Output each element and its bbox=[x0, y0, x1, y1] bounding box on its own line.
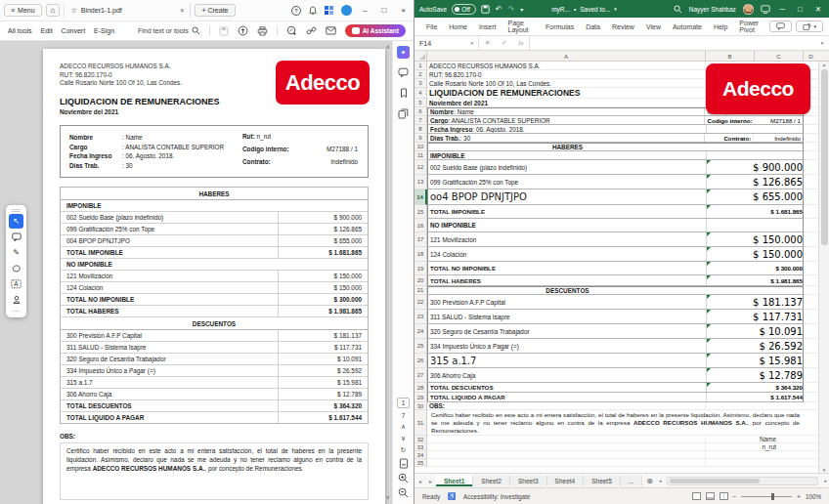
cell-A7[interactable]: Cargo : ANALISTA CONTABLE SUPERIOR bbox=[428, 116, 705, 124]
row-header-8[interactable]: 8 bbox=[414, 125, 427, 134]
vertical-scrollbar[interactable]: ▴ ▾ bbox=[818, 62, 829, 473]
more-tools-icon[interactable]: ⋯ bbox=[13, 308, 21, 315]
highlight-tool-icon[interactable] bbox=[9, 261, 23, 275]
document-tab[interactable]: ☆ Binder1-1.pdf × bbox=[64, 4, 191, 18]
column-header-A[interactable]: A bbox=[427, 51, 706, 61]
cell-C13[interactable]: $ 126.865 bbox=[707, 175, 805, 189]
cell-D25[interactable] bbox=[804, 339, 818, 354]
ribbon-tab-help[interactable]: Help bbox=[708, 21, 733, 33]
sheet-nav-right-icon[interactable]: ▸ bbox=[425, 478, 436, 484]
name-box[interactable]: F14 ▾ bbox=[414, 36, 479, 50]
cell-D26[interactable] bbox=[804, 354, 818, 368]
row-header-19[interactable]: 19 bbox=[414, 262, 427, 275]
cell-A1[interactable]: ADECCO RECURSOS HUMANOS S.A. bbox=[427, 62, 706, 69]
zoom-slider-thumb[interactable] bbox=[771, 493, 774, 500]
cell-D28[interactable] bbox=[804, 383, 818, 393]
comments-panel-icon[interactable] bbox=[397, 66, 410, 79]
ribbon-tab-formulas[interactable]: Formulas bbox=[540, 21, 580, 33]
acrobat-minimize-button[interactable]: – bbox=[359, 6, 371, 15]
cell-A19[interactable]: TOTAL NO IMPONIBLE bbox=[428, 262, 707, 274]
save-icon[interactable] bbox=[481, 5, 490, 14]
cell-D12[interactable] bbox=[804, 160, 818, 175]
page-up-icon[interactable]: ∧ bbox=[401, 423, 406, 431]
normal-view-icon[interactable] bbox=[692, 492, 701, 500]
cell-B7[interactable]: Codigo interno: bbox=[705, 116, 754, 124]
horizontal-scrollbar[interactable] bbox=[667, 477, 818, 485]
cell-A33[interactable] bbox=[427, 443, 706, 450]
cell-A34[interactable] bbox=[427, 451, 706, 458]
convert-button[interactable]: Convert bbox=[62, 27, 86, 34]
cell-D35[interactable] bbox=[804, 459, 818, 467]
cell-A11[interactable]: IMPONIBLE bbox=[428, 151, 707, 159]
find-tools-button[interactable]: Find text or tools bbox=[138, 26, 200, 35]
bookmarks-panel-icon[interactable] bbox=[397, 87, 410, 100]
email-icon[interactable] bbox=[326, 26, 336, 35]
zoom-in-icon[interactable]: + bbox=[797, 493, 801, 500]
row-header-18[interactable]: 18 bbox=[414, 247, 427, 262]
cell-D9[interactable] bbox=[804, 134, 818, 143]
notifications-bell-icon[interactable] bbox=[308, 6, 318, 16]
ribbon-tab-automate[interactable]: Automate bbox=[667, 21, 708, 33]
cell-A22[interactable]: 300 Previsión A.F.P Capital bbox=[428, 295, 707, 309]
sheet-nav-left-icon[interactable]: ◂ bbox=[414, 478, 425, 484]
cell-A4[interactable]: LIQUIDACION DE REMUNERACIONES bbox=[427, 88, 706, 98]
row-header-33[interactable]: 33 bbox=[414, 443, 427, 451]
row-header-26[interactable]: 26 bbox=[414, 354, 427, 368]
all-tools-button[interactable]: All tools bbox=[8, 27, 32, 34]
ribbon-tab-review[interactable]: Review bbox=[606, 21, 640, 33]
cell-C25[interactable]: $ 26.592 bbox=[707, 339, 805, 353]
save-icon[interactable] bbox=[219, 26, 229, 36]
zoom-slider[interactable] bbox=[741, 496, 792, 497]
cell-C20[interactable]: $ 1.981.865 bbox=[707, 275, 805, 285]
request-signature-icon[interactable] bbox=[286, 25, 297, 36]
cell-A28[interactable]: TOTAL DESCUENTOS bbox=[428, 383, 707, 392]
comment-tool-icon[interactable] bbox=[9, 230, 23, 244]
ribbon-display-icon[interactable] bbox=[761, 5, 770, 14]
apps-grid-icon[interactable] bbox=[325, 6, 334, 16]
cell-A12[interactable]: 002 Sueldo Base (plazo indefinido) bbox=[428, 160, 707, 174]
row-header-12[interactable]: 12 bbox=[414, 160, 427, 175]
ribbon-tab-insert[interactable]: Insert bbox=[473, 21, 502, 33]
home-icon[interactable]: ⌂ bbox=[46, 4, 61, 17]
ai-assistant-button[interactable]: AI Assistant bbox=[345, 24, 406, 37]
cell-C15[interactable]: $ 1.681.865 bbox=[707, 205, 805, 218]
row-header-1[interactable]: 1 bbox=[414, 62, 427, 70]
cell-A16[interactable]: NO IMPONIBLE bbox=[428, 219, 707, 231]
cell-A6[interactable]: Nombre : Name bbox=[428, 108, 705, 115]
row-header-5[interactable]: 5 bbox=[414, 99, 427, 107]
cell-B33[interactable]: n_rut bbox=[706, 443, 804, 450]
row-header-2[interactable]: 2 bbox=[414, 70, 427, 79]
row-header-28[interactable]: 28 bbox=[414, 383, 427, 393]
print-icon[interactable] bbox=[257, 26, 268, 36]
row-header-14[interactable]: 14 bbox=[414, 189, 427, 205]
cell-A2[interactable]: RUT: 96.820.170-0 bbox=[427, 70, 706, 78]
cell-A20[interactable]: TOTAL HABERES bbox=[428, 275, 707, 285]
row-header-27[interactable]: 27 bbox=[414, 368, 427, 383]
cell-A35[interactable] bbox=[427, 459, 706, 466]
qat-customize-icon[interactable]: ▾ bbox=[520, 6, 523, 13]
sheet-tab-sheet1[interactable]: Sheet1 bbox=[436, 476, 473, 486]
row-header-29[interactable]: 29 bbox=[414, 393, 427, 402]
cell-D30[interactable] bbox=[804, 402, 818, 410]
acrobat-close-button[interactable]: × bbox=[397, 6, 410, 15]
cell-D33[interactable] bbox=[804, 443, 818, 451]
cell-A26[interactable]: 315 a.1.7 bbox=[428, 354, 707, 367]
zoom-out-icon[interactable]: − bbox=[733, 493, 737, 500]
cell-B9[interactable]: Contrato: bbox=[705, 134, 754, 142]
cell-D27[interactable] bbox=[804, 368, 818, 383]
cell-C29[interactable]: $ 1.617.544 bbox=[707, 393, 805, 401]
scrollbar-thumb[interactable] bbox=[821, 69, 828, 245]
row-header-16[interactable]: 16 bbox=[414, 219, 427, 232]
cell-A15[interactable]: TOTAL IMPONIBLE bbox=[428, 205, 707, 218]
acrobat-maximize-button[interactable]: □ bbox=[377, 6, 390, 15]
cell-C22[interactable]: $ 181.137 bbox=[707, 295, 805, 309]
cell-D20[interactable] bbox=[804, 275, 818, 286]
redo-icon[interactable]: ↷ bbox=[507, 5, 514, 14]
cell-C19[interactable]: $ 300.000 bbox=[707, 262, 805, 274]
cell-A17[interactable]: 121 Movilización bbox=[428, 232, 707, 246]
row-header-23[interactable]: 23 bbox=[414, 310, 427, 324]
create-button[interactable]: + Create bbox=[195, 4, 235, 17]
hscroll-right-icon[interactable]: ▸ bbox=[822, 478, 829, 483]
row-header-13[interactable]: 13 bbox=[414, 175, 427, 189]
sheet-tab-more[interactable]: ... bbox=[621, 476, 642, 486]
